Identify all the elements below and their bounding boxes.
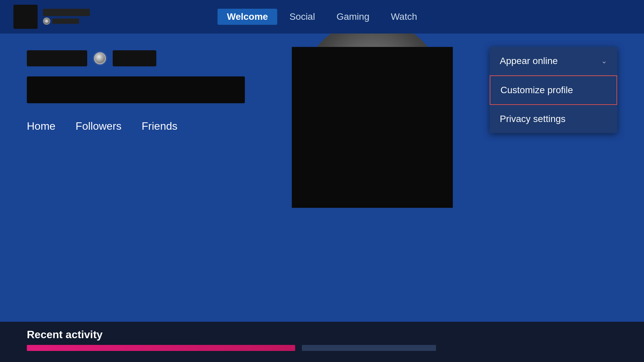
header-left xyxy=(13,5,90,29)
main-content: Home Followers Friends Appear online ⌄ C… xyxy=(0,34,644,322)
activity-bar-dark xyxy=(302,345,436,351)
profile-name-bar xyxy=(27,50,87,66)
avatar-small xyxy=(13,5,38,29)
activity-bar-pink xyxy=(27,345,295,351)
profile-tag-bar xyxy=(113,50,156,66)
privacy-settings-label: Privacy settings xyxy=(500,114,566,124)
user-info xyxy=(43,9,90,25)
customize-profile-label: Customize profile xyxy=(500,85,573,96)
appear-online-label: Appear online xyxy=(500,56,558,66)
nav-item-gaming[interactable]: Gaming xyxy=(327,9,379,25)
avatar-large-image xyxy=(292,47,453,208)
gamertag-row xyxy=(43,17,90,25)
chevron-down-icon: ⌄ xyxy=(601,57,607,65)
privacy-settings-item[interactable]: Privacy settings xyxy=(490,105,617,133)
profile-status-dot xyxy=(94,52,106,64)
friends-link[interactable]: Friends xyxy=(142,120,177,132)
nav-item-watch[interactable]: Watch xyxy=(381,9,426,25)
activity-bars xyxy=(27,345,617,351)
nav-item-social[interactable]: Social xyxy=(280,9,324,25)
followers-link[interactable]: Followers xyxy=(75,120,121,132)
recent-activity-title: Recent activity xyxy=(27,328,617,341)
header: Welcome Social Gaming Watch xyxy=(0,0,644,34)
profile-bio-bar xyxy=(27,76,245,103)
nav: Welcome Social Gaming Watch xyxy=(217,9,426,25)
dropdown-menu: Appear online ⌄ Customize profile Privac… xyxy=(490,47,617,133)
avatar-large-container xyxy=(288,20,456,215)
nav-item-welcome[interactable]: Welcome xyxy=(217,9,277,25)
username-bar xyxy=(43,9,90,16)
home-link[interactable]: Home xyxy=(27,120,55,132)
appear-online-item[interactable]: Appear online ⌄ xyxy=(490,47,617,75)
customize-profile-item[interactable]: Customize profile xyxy=(490,75,617,105)
recent-activity-section: Recent activity xyxy=(0,322,644,362)
gamertag-text xyxy=(52,18,79,24)
gamertag-icon xyxy=(43,17,50,25)
